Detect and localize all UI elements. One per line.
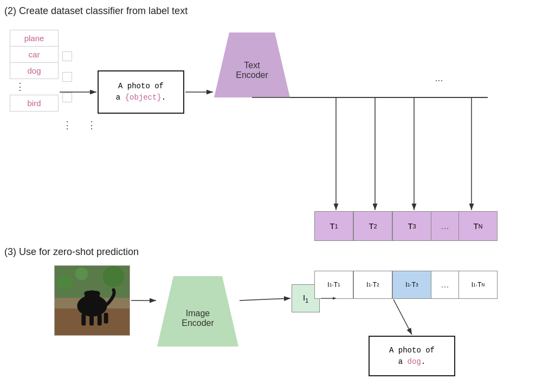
text-encoder-shape: TextEncoder [214, 32, 290, 97]
template-box: A photo ofa {object}. [98, 70, 184, 114]
t2-box: T2 [353, 211, 392, 241]
result-text: A photo ofa dog. [389, 345, 435, 368]
svg-line-27 [240, 298, 290, 300]
image-encoder-label: ImageEncoder [182, 309, 214, 328]
diagram: (2) Create dataset classifier from label… [0, 0, 549, 392]
svg-rect-5 [81, 314, 86, 326]
dog-svg [55, 265, 130, 336]
svg-text:...: ... [435, 73, 443, 83]
t3-box: T3 [392, 211, 431, 241]
template-text: A photo ofa {object}. [116, 81, 166, 103]
dot-i1t1: I1·T1 [314, 271, 353, 299]
template-object: {object} [125, 93, 162, 102]
dot-i1t3: I1·T3 [392, 271, 431, 299]
label-dog: dog [10, 62, 59, 79]
result-box: A photo ofa dog. [369, 336, 455, 376]
svg-rect-7 [98, 314, 102, 326]
t1-box: T1 [314, 211, 353, 241]
label-car: car [10, 46, 59, 63]
dot-products-row: I1·T1 I1·T2 I1·T3 … I1·TN [314, 271, 498, 299]
result-dog: dog [408, 357, 421, 366]
dot-i1tn: I1·TN [458, 271, 498, 299]
label-dots1: ⋮ [10, 79, 59, 95]
svg-line-29 [393, 299, 412, 335]
svg-point-11 [57, 274, 74, 290]
tn-box: TN [458, 211, 498, 241]
svg-rect-6 [89, 315, 94, 326]
svg-point-9 [84, 291, 92, 296]
label-list: plane car dog ⋮ bird [10, 30, 59, 111]
t-hdots: … [431, 211, 458, 241]
label-plane: plane [10, 30, 59, 47]
i1-label: I1 [303, 293, 308, 304]
section2-title: (3) Use for zero-shot prediction [4, 246, 139, 258]
section1-title: (2) Create dataset classifier from label… [4, 5, 188, 17]
svg-point-13 [75, 267, 88, 280]
svg-rect-8 [104, 313, 108, 324]
dog-image [54, 265, 130, 336]
dot-i1t2: I1·T2 [353, 271, 392, 299]
dot-hdots: … [431, 271, 458, 299]
svg-point-10 [93, 291, 100, 296]
text-encoder: TextEncoder [214, 32, 290, 97]
t-vectors-row: T1 T2 T3 … TN [314, 211, 498, 241]
top-ellipsis-label: ⋮ ⋮ [62, 119, 98, 131]
side-dots [62, 51, 72, 102]
text-encoder-label: TextEncoder [236, 61, 268, 80]
image-encoder-shape: ImageEncoder [157, 276, 238, 347]
image-encoder: ImageEncoder [157, 276, 238, 347]
label-bird: bird [10, 95, 59, 112]
svg-point-12 [103, 266, 124, 287]
